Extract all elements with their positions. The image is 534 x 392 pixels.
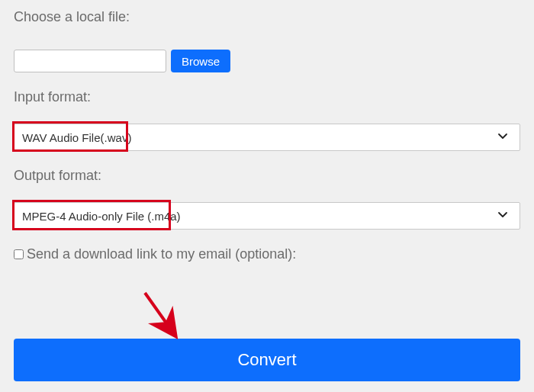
email-checkbox[interactable] xyxy=(14,249,24,259)
input-format-value: WAV Audio File(.wav) xyxy=(22,131,131,144)
chevron-down-icon xyxy=(497,130,509,145)
file-row: Browse xyxy=(14,50,520,72)
email-option-label: Send a download link to my email (option… xyxy=(27,246,296,262)
email-option-row: Send a download link to my email (option… xyxy=(14,246,520,262)
output-format-label: Output format: xyxy=(14,168,520,184)
output-format-value: MPEG-4 Audio-only File (.m4a) xyxy=(22,210,181,223)
input-format-dropdown[interactable]: WAV Audio File(.wav) xyxy=(14,124,520,151)
convert-button[interactable]: Convert xyxy=(14,339,520,381)
input-format-label: Input format: xyxy=(14,89,520,105)
file-path-input[interactable] xyxy=(14,50,166,72)
chevron-down-icon xyxy=(497,209,509,223)
choose-file-label: Choose a local file: xyxy=(14,9,520,25)
annotation-arrow-icon xyxy=(139,288,185,342)
output-format-dropdown[interactable]: MPEG-4 Audio-only File (.m4a) xyxy=(14,202,520,230)
svg-line-0 xyxy=(145,293,171,329)
browse-button[interactable]: Browse xyxy=(171,50,230,72)
